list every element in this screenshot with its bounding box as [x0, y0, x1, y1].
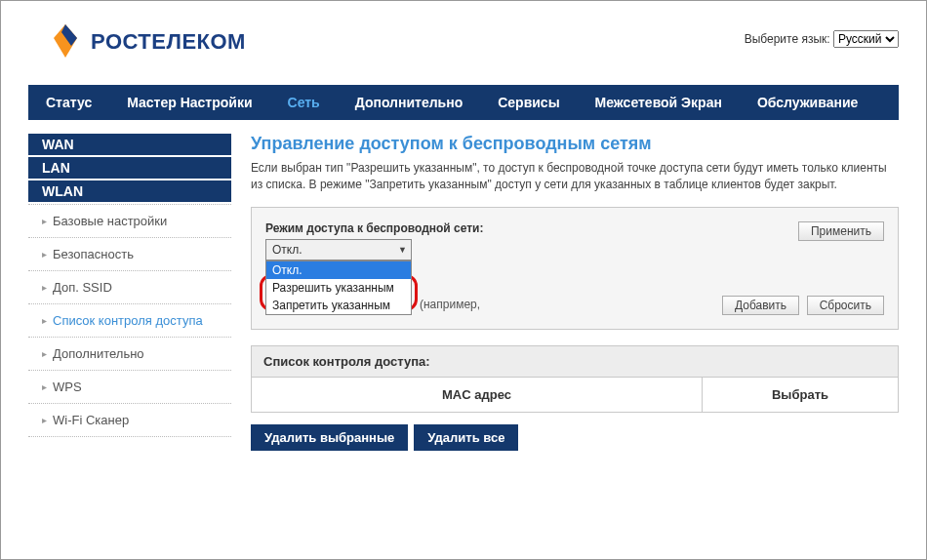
chevron-down-icon: ▼ — [398, 245, 407, 255]
nav-wizard[interactable]: Мастер Настройки — [109, 85, 269, 120]
nav-advanced[interactable]: Дополнительно — [338, 85, 480, 120]
mode-select-wrap: Откл. ▼ Откл. Разрешить указанным Запрет… — [265, 239, 412, 260]
reset-button[interactable]: Сбросить — [807, 296, 884, 315]
sidebar-item-label: Безопасность — [53, 247, 134, 261]
sidebar-item-label: Базовые настройки — [53, 214, 167, 228]
mac-example-text: (например, — [420, 298, 480, 311]
sidebar-group-lan[interactable]: LAN — [28, 157, 231, 179]
acl-col-mac: MAC адрес — [252, 378, 703, 412]
sidebar-group-wlan[interactable]: WLAN — [28, 180, 231, 202]
chevron-right-icon: ▸ — [42, 415, 47, 425]
sidebar-item-basic[interactable]: ▸Базовые настройки — [28, 204, 231, 237]
mode-label: Режим доступа к беспроводной сети: — [265, 221, 884, 235]
language-label: Выберите язык: — [745, 32, 830, 46]
sidebar-item-label: Доп. SSID — [53, 280, 112, 295]
sidebar-item-wps[interactable]: ▸WPS — [28, 370, 231, 403]
nav-status[interactable]: Статус — [28, 85, 109, 120]
mode-option-deny[interactable]: Запретить указанным — [266, 297, 411, 314]
header: РОСТЕЛЕКОМ Выберите язык: Русский — [15, 26, 912, 85]
brand-text: РОСТЕЛЕКОМ — [91, 29, 246, 55]
chevron-right-icon: ▸ — [42, 315, 47, 326]
mode-dropdown: Откл. Разрешить указанным Запретить указ… — [265, 260, 412, 315]
sidebar-item-security[interactable]: ▸Безопасность — [28, 237, 231, 270]
sidebar-item-label: Wi-Fi Сканер — [53, 413, 129, 427]
language-selector: Выберите язык: Русский — [745, 30, 899, 48]
sidebar-item-ssid[interactable]: ▸Доп. SSID — [28, 270, 231, 303]
main-nav: Статус Мастер Настройки Сеть Дополнитель… — [28, 85, 899, 120]
logo: РОСТЕЛЕКОМ — [48, 22, 246, 61]
sidebar-item-advanced[interactable]: ▸Дополнительно — [28, 337, 231, 370]
mode-select[interactable]: Откл. ▼ — [265, 239, 412, 260]
mode-option-allow[interactable]: Разрешить указанным — [266, 279, 411, 297]
sidebar-item-acl[interactable]: ▸Список контроля доступа — [28, 303, 231, 337]
chevron-right-icon: ▸ — [42, 348, 47, 359]
mode-option-off[interactable]: Откл. — [266, 261, 411, 279]
delete-all-button[interactable]: Удалить все — [414, 424, 518, 451]
delete-selected-button[interactable]: Удалить выбранные — [251, 424, 408, 451]
sidebar-item-wifi-scanner[interactable]: ▸Wi-Fi Сканер — [28, 403, 231, 437]
acl-table: MAC адрес Выбрать — [251, 378, 899, 413]
chevron-right-icon: ▸ — [42, 249, 47, 260]
sidebar-item-label: WPS — [53, 380, 82, 394]
nav-firewall[interactable]: Межсетевой Экран — [578, 85, 740, 120]
sidebar-item-label: Список контроля доступа — [53, 313, 203, 328]
chevron-right-icon: ▸ — [42, 282, 47, 293]
page-description: Если выбран тип "Разрешить указанным", т… — [251, 160, 899, 193]
sidebar-item-label: Дополнительно — [53, 346, 144, 361]
mode-select-value: Откл. — [272, 243, 302, 257]
nav-services[interactable]: Сервисы — [480, 85, 577, 120]
nav-maintenance[interactable]: Обслуживание — [740, 85, 875, 120]
sidebar: WAN LAN WLAN ▸Базовые настройки ▸Безопас… — [28, 134, 231, 451]
language-select[interactable]: Русский — [833, 30, 899, 48]
sidebar-group-wan[interactable]: WAN — [28, 134, 231, 155]
add-button[interactable]: Добавить — [722, 296, 799, 315]
mode-panel: Режим доступа к беспроводной сети: Откл.… — [251, 207, 899, 330]
acl-col-select: Выбрать — [703, 378, 898, 412]
chevron-right-icon: ▸ — [42, 216, 47, 226]
page-title: Управление доступом к беспроводным сетям — [251, 134, 899, 154]
rostelecom-logo-icon — [48, 22, 83, 61]
acl-header: Список контроля доступа: — [251, 345, 899, 378]
chevron-right-icon: ▸ — [42, 381, 47, 392]
nav-network[interactable]: Сеть — [270, 85, 338, 120]
apply-button[interactable]: Применить — [798, 221, 884, 241]
content: Управление доступом к беспроводным сетям… — [251, 134, 899, 451]
